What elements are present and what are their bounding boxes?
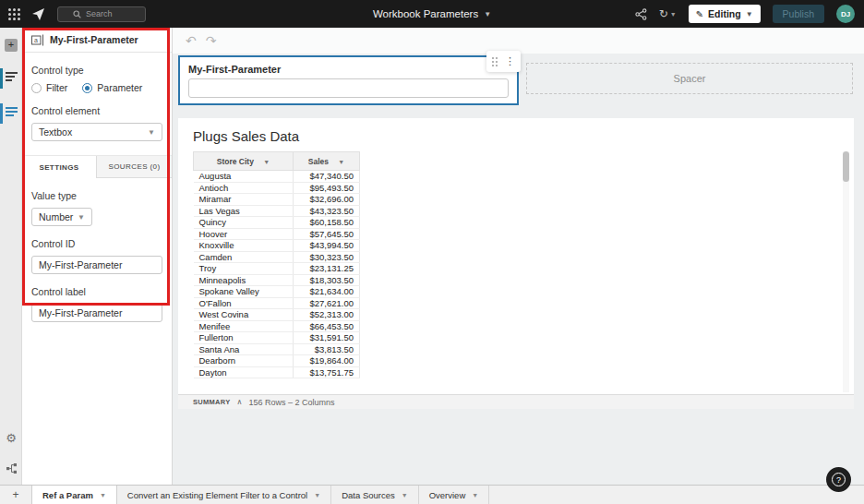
table-row[interactable]: Troy$23,131.25 — [194, 263, 360, 275]
value-type-label: Value type — [31, 190, 162, 201]
layers-panel-button[interactable] — [0, 72, 22, 83]
scrollbar-thumb[interactable] — [843, 151, 849, 182]
undo-icon[interactable]: ↶ — [186, 33, 197, 48]
control-element-select[interactable]: Textbox ▼ — [31, 123, 162, 141]
editing-label: Editing — [708, 8, 741, 19]
table-row[interactable]: Quincy$60,158.50 — [194, 217, 360, 229]
redo-icon[interactable]: ↷ — [206, 33, 217, 48]
table-scrollbar[interactable] — [843, 151, 849, 392]
table-row[interactable]: Antioch$95,493.50 — [194, 182, 360, 194]
cell-store-city: Augusta — [194, 171, 294, 183]
cell-store-city: Minneapolis — [194, 274, 294, 286]
cell-sales: $66,453.50 — [294, 320, 360, 332]
settings-button[interactable]: ⚙ — [0, 431, 22, 445]
chevron-up-icon[interactable]: ∧ — [237, 398, 243, 406]
cell-sales: $18,303.50 — [294, 274, 360, 286]
cell-sales: $95,493.50 — [294, 182, 360, 194]
cell-store-city: Menifee — [194, 320, 294, 332]
workbook-page-tab[interactable]: Overview▼ — [419, 486, 490, 504]
add-page-button[interactable]: + — [0, 486, 31, 504]
workbook-title-menu[interactable]: Workbook Parameters ▼ — [373, 8, 491, 19]
caret-down-icon: ▼ — [314, 492, 320, 498]
column-header-sales[interactable]: Sales ▼ — [294, 152, 360, 171]
table-row[interactable]: Camden$30,323.50 — [194, 251, 360, 263]
search-box[interactable] — [57, 6, 146, 22]
cell-store-city: O'Fallon — [194, 297, 294, 309]
question-mark-icon: ? — [832, 473, 846, 486]
drag-handle-icon[interactable] — [492, 57, 498, 66]
caret-down-icon: ▼ — [402, 492, 408, 498]
cell-sales: $19,864.00 — [294, 355, 360, 367]
control-id-input[interactable] — [31, 256, 162, 274]
lineage-button[interactable] — [0, 462, 22, 474]
cell-store-city: Fullerton — [194, 332, 294, 344]
table-row[interactable]: Las Vegas$43,323.50 — [194, 205, 360, 217]
workbook-page-tab[interactable]: Data Sources▼ — [331, 486, 419, 504]
summary-label: SUMMARY — [193, 398, 231, 406]
apps-grid-icon[interactable] — [8, 8, 20, 20]
table-row[interactable]: Knoxville$43,994.50 — [194, 240, 360, 252]
value-type-value: Number — [39, 211, 73, 222]
publish-button[interactable]: Publish — [773, 5, 824, 23]
table-row[interactable]: Miramar$32,696.00 — [194, 194, 360, 206]
share-button[interactable] — [635, 8, 647, 20]
add-element-icon[interactable]: + — [5, 39, 18, 52]
caret-down-icon: ▼ — [484, 10, 491, 18]
table-row[interactable]: Fullerton$31,591.50 — [194, 332, 360, 344]
search-input[interactable] — [86, 9, 130, 18]
editing-mode-button[interactable]: ✎ Editing ▼ — [689, 5, 761, 23]
workbook-page-tab[interactable]: Convert an Existing Element Filter to a … — [117, 486, 331, 504]
app-window: Workbook Parameters ▼ ↻ ▼ ✎ Editing — [0, 0, 864, 504]
tab-settings[interactable]: SETTINGS — [22, 156, 97, 178]
value-type-select[interactable]: Number ▼ — [31, 208, 92, 226]
svg-text:a: a — [34, 37, 38, 43]
top-bar: Workbook Parameters ▼ ↻ ▼ ✎ Editing — [0, 0, 864, 28]
table-row[interactable]: O'Fallon$27,621.00 — [194, 297, 360, 309]
cell-store-city: Antioch — [194, 182, 294, 194]
cell-store-city: Miramar — [194, 194, 294, 206]
control-label-label: Control label — [31, 286, 162, 297]
table-row[interactable]: Menifee$66,453.50 — [194, 320, 360, 332]
workbook-page-tab[interactable]: Ref a Param▼ — [31, 486, 117, 504]
table-row[interactable]: Dayton$13,751.75 — [194, 366, 360, 378]
table-row[interactable]: Minneapolis$18,303.50 — [194, 274, 360, 286]
cell-sales: $57,645.50 — [294, 228, 360, 240]
parameter-control-widget[interactable]: My-First-Parameter — [178, 55, 519, 105]
table-row[interactable]: Spokane Valley$21,634.00 — [194, 286, 360, 298]
cell-sales: $23,131.25 — [294, 263, 360, 275]
help-button[interactable]: ? — [826, 467, 851, 492]
control-type-label: Control type — [31, 65, 162, 76]
table-row[interactable]: Dearborn$19,864.00 — [194, 355, 360, 367]
spacer-element[interactable]: Spacer — [526, 63, 853, 94]
summary-bar[interactable]: SUMMARY ∧ 156 Rows – 2 Columns — [178, 394, 854, 409]
cell-store-city: Santa Ana — [194, 343, 294, 355]
column-header-store-city[interactable]: Store City ▼ — [194, 152, 294, 171]
panel-header: a My-First-Parameter — [22, 28, 172, 53]
panel-tabs: SETTINGS SOURCES (0) — [22, 155, 172, 178]
refresh-icon: ↻ — [659, 7, 668, 20]
element-config-panel: a My-First-Parameter Control type Filter… — [22, 28, 173, 485]
workbook-canvas: ↶ ↷ My-First-Parameter ⋮ Spacer Plugs Sa… — [173, 28, 864, 485]
refresh-button[interactable]: ↻ ▼ — [659, 7, 677, 20]
table-title: Plugs Sales Data — [193, 128, 299, 144]
text-control-icon: a — [31, 34, 44, 46]
kebab-menu-icon[interactable]: ⋮ — [505, 56, 515, 66]
lineage-icon — [6, 462, 18, 474]
cell-store-city: Troy — [194, 263, 294, 275]
element-panel-button[interactable] — [0, 107, 22, 118]
tab-sources[interactable]: SOURCES (0) — [97, 156, 172, 178]
parameter-input[interactable] — [188, 78, 509, 98]
filter-radio[interactable]: Filter — [31, 82, 67, 93]
sigma-logo[interactable] — [31, 7, 45, 21]
cell-sales: $31,591.50 — [294, 332, 360, 344]
avatar[interactable]: DJ — [836, 5, 855, 23]
caret-down-icon: ▼ — [78, 213, 85, 222]
table-row[interactable]: West Covina$52,313.00 — [194, 309, 360, 321]
table-row[interactable]: Santa Ana$3,813.50 — [194, 343, 360, 355]
table-element-card: Plugs Sales Data Store City ▼ Sales ▼ — [178, 118, 854, 409]
table-row[interactable]: Hoover$57,645.50 — [194, 228, 360, 240]
cell-sales: $60,158.50 — [294, 217, 360, 229]
parameter-radio[interactable]: Parameter — [82, 82, 142, 93]
table-row[interactable]: Augusta$47,340.50 — [194, 171, 360, 183]
control-label-input[interactable] — [31, 304, 162, 322]
